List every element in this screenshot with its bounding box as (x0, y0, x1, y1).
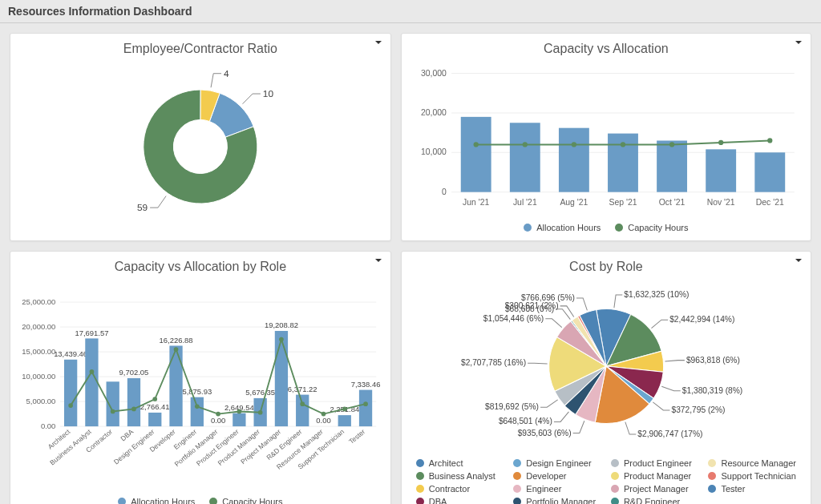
legend-label: Business Analyst (429, 471, 495, 481)
line-point[interactable] (111, 409, 115, 414)
bar-allocation[interactable] (85, 338, 98, 426)
legend-swatch (513, 472, 521, 480)
line-point[interactable] (258, 410, 263, 415)
legend-item[interactable]: Product Engineer (611, 458, 699, 468)
legend-item[interactable]: DBA (416, 497, 504, 504)
line-point[interactable] (216, 412, 220, 417)
line-point[interactable] (195, 404, 200, 409)
pie-value-label: $300,621 (2%) (504, 301, 558, 310)
bar-allocation[interactable] (233, 413, 245, 426)
legend-label: Support Technician (721, 471, 795, 481)
legend-item[interactable]: Resource Manager (708, 458, 796, 468)
bar-value-label: 7,338.46 (351, 380, 381, 389)
legend-item[interactable]: R&D Engineer (611, 497, 699, 504)
line-point[interactable] (572, 142, 576, 147)
bar-allocation[interactable] (191, 397, 204, 426)
donut-value-label: 10 (263, 88, 274, 99)
legend-item[interactable]: Contractor (416, 484, 504, 494)
legend-label: Product Manager (624, 471, 691, 481)
x-tick-label: Oct '21 (658, 198, 685, 207)
chart-legend: Allocation Hours Capacity Hours (18, 494, 382, 504)
legend-item[interactable]: Design Engineer (513, 458, 601, 468)
line-point[interactable] (767, 138, 772, 143)
line-point[interactable] (68, 403, 73, 408)
page-title: Resources Information Dashboard (0, 0, 821, 23)
legend-item-capacity[interactable]: Capacity Hours (209, 497, 282, 504)
bar-allocation[interactable] (559, 128, 589, 192)
legend-item[interactable]: Engineer (513, 484, 601, 494)
x-tick-label: Aug '21 (560, 198, 588, 207)
card-menu-icon[interactable] (374, 256, 382, 264)
bar-allocation[interactable] (461, 117, 491, 192)
card-capacity-by-role: Capacity vs Allocation by Role 0.005,000… (10, 251, 391, 504)
legend-label: Capacity Hours (222, 497, 282, 504)
bar-allocation[interactable] (296, 395, 309, 427)
bar-allocation[interactable] (148, 413, 161, 426)
card-menu-icon[interactable] (795, 38, 803, 46)
line-point[interactable] (522, 142, 527, 147)
card-capacity-vs-allocation: Capacity vs Allocation 010,00020,00030,0… (401, 33, 811, 241)
legend-item[interactable]: Project Manager (611, 484, 699, 494)
card-menu-icon[interactable] (374, 38, 382, 46)
bar-allocation[interactable] (338, 415, 351, 426)
legend-item[interactable]: Developer (513, 471, 601, 481)
bar-allocation[interactable] (169, 345, 182, 426)
line-point[interactable] (322, 412, 326, 417)
x-tick-label: Dec '21 (756, 198, 784, 207)
x-tick-label: Sep '21 (609, 198, 637, 207)
legend-item-allocation[interactable]: Allocation Hours (524, 223, 601, 232)
legend-item[interactable]: Architect (416, 458, 504, 468)
pie-value-label: $963,818 (6%) (686, 356, 740, 365)
bar-allocation[interactable] (510, 123, 540, 192)
line-point[interactable] (342, 407, 347, 412)
y-tick-label: 30,000 (421, 69, 447, 78)
x-tick-label: Jul '21 (513, 198, 537, 207)
y-tick-label: 15,000.00 (22, 347, 55, 356)
bar-allocation[interactable] (706, 149, 736, 192)
donut-value-label: 4 (224, 68, 229, 79)
bar-allocation[interactable] (657, 140, 687, 192)
legend-item[interactable]: Business Analyst (416, 471, 504, 481)
line-point[interactable] (718, 140, 723, 145)
card-employee-contractor-ratio: Employee/Contractor Ratio 10594 (10, 33, 391, 241)
legend-item-allocation[interactable]: Allocation Hours (118, 497, 195, 504)
legend-label: Portfolio Manager (526, 497, 596, 504)
line-point[interactable] (237, 409, 242, 414)
y-tick-label: 0 (442, 187, 447, 196)
line-point[interactable] (279, 337, 284, 342)
bar-allocation[interactable] (754, 152, 785, 192)
line-point[interactable] (669, 142, 674, 147)
bar-allocation[interactable] (64, 360, 77, 426)
legend-item-capacity[interactable]: Capacity Hours (615, 223, 688, 232)
legend-label: Design Engineer (526, 458, 591, 468)
line-point[interactable] (90, 369, 95, 374)
legend-label: Allocation Hours (536, 223, 601, 232)
line-point[interactable] (300, 401, 305, 406)
bar-allocation[interactable] (275, 331, 288, 426)
line-point[interactable] (131, 407, 136, 412)
card-cost-by-role: Cost by Role $1,632,325 (10%)$2,442,994 … (401, 251, 811, 504)
bar-allocation[interactable] (359, 390, 372, 427)
legend-item[interactable]: Portfolio Manager (513, 497, 601, 504)
chart-legend: ArchitectBusiness AnalystContractorDBADe… (410, 454, 803, 504)
legend-label: DBA (429, 497, 447, 504)
legend-item[interactable]: Tester (708, 484, 796, 494)
line-point[interactable] (174, 347, 179, 352)
pie-value-label: $819,692 (5%) (485, 402, 539, 411)
bar-value-label: 0.00 (211, 416, 225, 425)
card-title: Capacity vs Allocation by Role (18, 260, 382, 274)
legend-item[interactable]: Product Manager (611, 471, 699, 481)
line-point[interactable] (621, 142, 625, 147)
pie-value-label: $372,795 (2%) (671, 405, 725, 414)
legend-swatch (611, 459, 619, 467)
line-point[interactable] (473, 142, 478, 147)
bar-allocation[interactable] (127, 378, 140, 426)
legend-label: Contractor (429, 484, 470, 494)
card-menu-icon[interactable] (795, 256, 803, 264)
legend-swatch (513, 485, 521, 493)
line-point[interactable] (363, 401, 368, 406)
legend-item[interactable]: Support Technician (708, 471, 796, 481)
bar-value-label: 9,702.05 (119, 368, 149, 377)
y-tick-label: 5,000.00 (26, 397, 56, 405)
line-point[interactable] (152, 397, 157, 401)
